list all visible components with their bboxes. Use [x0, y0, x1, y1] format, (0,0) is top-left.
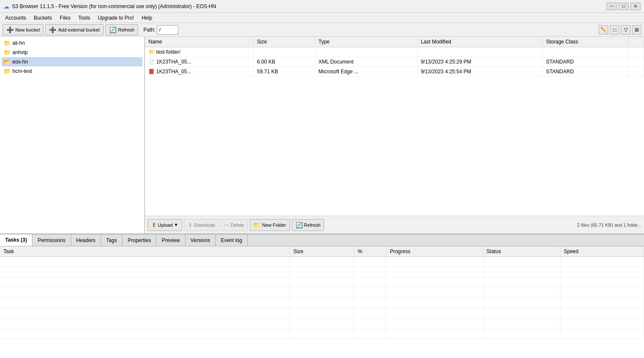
col-storage-class[interactable]: Storage Class [542, 37, 628, 47]
bucket-eos-hn-label: eos-hn [12, 59, 28, 65]
tab-event-log[interactable]: Event log [216, 234, 248, 246]
file-storage-2: STANDARD [542, 67, 628, 77]
file-storage-1: STANDARD [542, 57, 628, 67]
upload-label: Upload [158, 222, 173, 228]
bottom-section: Tasks (3) Permissions Headers Tags Prope… [0, 234, 644, 358]
refresh-toolbar-button[interactable]: 🔄 Refresh [105, 24, 139, 35]
refresh-toolbar-label: Refresh [118, 27, 135, 32]
task-row-empty-4 [0, 288, 644, 298]
delete-icon: ✂ [224, 222, 229, 228]
task-col-status[interactable]: Status [483, 246, 560, 257]
bucket-tree: 📁 ali-hn 📁 anhvtp 📂 eos-hn 📁 hcm-test [0, 37, 145, 234]
refresh-file-icon: 🔄 [296, 222, 303, 228]
view-icon-button[interactable]: □ [610, 25, 619, 35]
upload-button[interactable]: ⬆ Upload ▼ [148, 219, 182, 231]
delete-button[interactable]: ✂ Delete [220, 219, 248, 231]
col-type[interactable]: Type [315, 37, 417, 47]
refresh-toolbar-icon: 🔄 [109, 26, 116, 33]
upload-dropdown-arrow[interactable]: ▼ [174, 222, 178, 227]
file-extra-2 [628, 67, 644, 77]
menu-accounts[interactable]: Accounts [2, 14, 29, 22]
filter-icon-button[interactable]: ▽ [621, 25, 630, 35]
settings-icon-button[interactable]: ⊞ [632, 25, 641, 35]
col-last-modified[interactable]: Last Modified [417, 37, 542, 47]
file-type-0 [315, 47, 417, 57]
download-label: Download [194, 222, 215, 228]
menu-files[interactable]: Files [56, 14, 74, 22]
task-col-percent[interactable]: % [354, 246, 386, 257]
tab-tasks[interactable]: Tasks (3) [0, 234, 32, 246]
new-folder-icon: 📁 [253, 222, 261, 228]
tasks-rows [0, 257, 644, 339]
file-size-0 [253, 47, 315, 57]
refresh-file-button[interactable]: 🔄 Refresh [292, 219, 325, 231]
file-count: 2 files (65.71 KB) and 1 folde... [577, 222, 641, 228]
tab-versions[interactable]: Versions [186, 234, 216, 246]
menu-buckets[interactable]: Buckets [30, 14, 55, 22]
task-col-progress[interactable]: Progress [386, 246, 483, 257]
title-text: S3 Browser 11.1.5 - Free Version (for no… [12, 3, 216, 9]
upload-icon: ⬆ [151, 222, 157, 228]
task-row-empty-5 [0, 298, 644, 308]
tasks-panel: Task Size % Progress Status Speed [0, 246, 644, 358]
bucket-anhvtp[interactable]: 📁 anhvtp [2, 48, 142, 57]
menu-help[interactable]: Help [138, 14, 156, 22]
file-type-icon-0: 📁 [148, 49, 155, 55]
path-input[interactable] [157, 25, 178, 35]
minimize-button[interactable]: ─ [606, 3, 617, 10]
tab-properties[interactable]: Properties [122, 234, 157, 246]
file-browser: Name Size Type Last Modified Storage Cla… [145, 37, 644, 234]
col-size[interactable]: Size [253, 37, 315, 47]
tab-permissions[interactable]: Permissions [32, 234, 71, 246]
close-button[interactable]: ✕ [630, 3, 641, 10]
task-row-empty-8 [0, 329, 644, 339]
folder-icon-anhvtp: 📁 [3, 49, 11, 56]
add-ext-bucket-label: Add external bucket [58, 27, 99, 32]
main-content: 📁 ali-hn 📁 anhvtp 📂 eos-hn 📁 hcm-test Na… [0, 37, 644, 234]
add-external-bucket-button[interactable]: ➕ Add external bucket [45, 24, 103, 35]
file-type-icon-1: 📄 [148, 59, 155, 65]
bucket-eos-hn[interactable]: 📂 eos-hn [2, 57, 142, 66]
tab-tags[interactable]: Tags [101, 234, 122, 246]
file-size-2: 59.71 KB [253, 67, 315, 77]
task-col-speed[interactable]: Speed [560, 246, 644, 257]
bucket-hcm-test[interactable]: 📁 hcm-test [2, 66, 142, 76]
bucket-anhvtp-label: anhvtp [12, 49, 28, 55]
maximize-button[interactable]: □ [618, 3, 629, 10]
file-name-0: 📁 test-folder/ [145, 47, 253, 57]
bucket-ali-hn[interactable]: 📁 ali-hn [2, 38, 142, 48]
menu-bar: Accounts Buckets Files Tools Upgrade to … [0, 13, 644, 23]
path-label: Path: [143, 27, 155, 33]
file-row-0[interactable]: 📁 test-folder/ [145, 47, 644, 57]
file-row-2[interactable]: 📕 1K23THA_05... 59.71 KB Microsoft Edge … [145, 67, 644, 77]
tasks-table: Task Size % Progress Status Speed [0, 246, 644, 339]
task-col-size[interactable]: Size [290, 246, 354, 257]
menu-tools[interactable]: Tools [75, 14, 93, 22]
task-col-task[interactable]: Task [0, 246, 290, 257]
folder-icon-eos-hn: 📂 [3, 58, 11, 65]
new-folder-label: New Folder [262, 222, 286, 228]
file-type-icon-2: 📕 [148, 69, 155, 75]
file-modified-0 [417, 47, 542, 57]
col-name[interactable]: Name [145, 37, 253, 47]
delete-label: Delete [231, 222, 244, 228]
main-toolbar: ➕ New bucket ➕ Add external bucket 🔄 Ref… [0, 23, 644, 37]
file-extra-0 [628, 47, 644, 57]
file-extra-1 [628, 57, 644, 67]
new-folder-button[interactable]: 📁 New Folder [249, 219, 290, 231]
edit-icon-button[interactable]: ✏️ [599, 25, 608, 35]
app-icon: ☁ [3, 3, 9, 10]
menu-upgrade[interactable]: Upgrade to Pro! [94, 14, 137, 22]
task-row-empty-7 [0, 318, 644, 329]
file-type-2: Microsoft Edge ... [315, 67, 417, 77]
file-row-1[interactable]: 📄 1K23THA_05... 6.00 KB XML Document 9/1… [145, 57, 644, 67]
new-bucket-icon: ➕ [6, 26, 14, 33]
title-bar-left: ☁ S3 Browser 11.1.5 - Free Version (for … [3, 3, 216, 10]
tab-headers[interactable]: Headers [71, 234, 101, 246]
new-bucket-button[interactable]: ➕ New bucket [3, 24, 44, 35]
tab-preview[interactable]: Preview [157, 234, 186, 246]
add-ext-bucket-icon: ➕ [49, 26, 56, 33]
file-modified-1: 9/13/2023 4:25:29 PM [417, 57, 542, 67]
download-button[interactable]: ⬇ Download [184, 219, 219, 231]
folder-icon-ali-hn: 📁 [3, 40, 11, 46]
